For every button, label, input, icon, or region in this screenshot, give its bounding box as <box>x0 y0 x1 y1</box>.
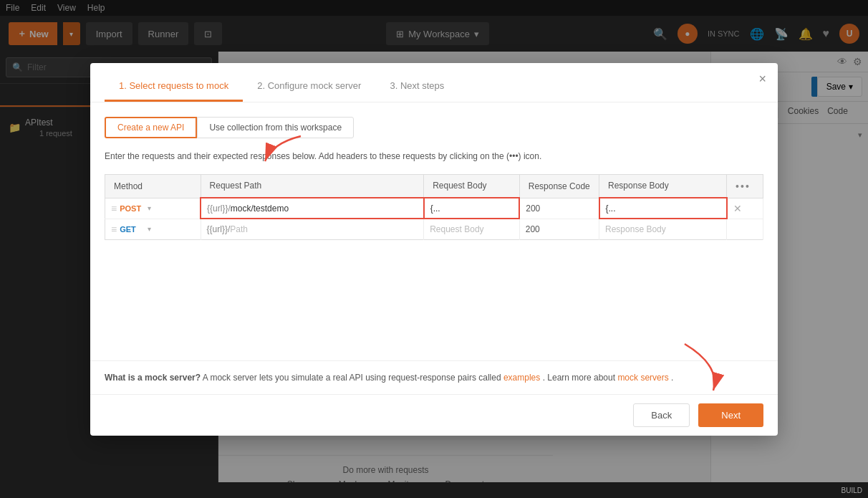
row1-code-cell: 200 <box>519 198 599 219</box>
mock-server-desc: A mock server lets you simulate a real A… <box>203 373 503 383</box>
modal: 1. Select requests to mock 2. Configure … <box>90 63 778 436</box>
row1-body-cell[interactable]: {... <box>424 198 520 219</box>
col-method: Method <box>105 174 201 198</box>
use-collection-tab-button[interactable]: Use collection from this workspace <box>197 117 354 138</box>
table-options-icon[interactable]: ••• <box>736 181 751 192</box>
method-badge-get: GET <box>120 225 145 234</box>
modal-info: What is a mock server? A mock server let… <box>90 360 778 394</box>
row1-path-cell[interactable]: {{url}}/mock/testdemo <box>201 198 424 219</box>
body-placeholder: Request Body <box>430 224 483 234</box>
status-bar: BUILD <box>0 482 868 498</box>
response-code: 200 <box>526 203 540 214</box>
col-path: Request Path <box>201 174 424 198</box>
row2-code-cell: 200 <box>519 219 599 239</box>
path-value[interactable]: mock/testdemo <box>231 203 289 214</box>
row2-delete-cell <box>727 219 763 239</box>
back-button[interactable]: Back <box>633 403 690 427</box>
response-body-placeholder: Response Body <box>605 224 666 234</box>
modal-tab-1[interactable]: 1. Select requests to mock <box>105 75 243 102</box>
tab-buttons: Create a new API Use collection from thi… <box>105 117 763 138</box>
path-prefix: {{url}}/ <box>207 224 231 234</box>
description-text: Enter the requests and their expected re… <box>105 150 763 163</box>
response-code: 200 <box>526 224 540 234</box>
method-badge-post: POST <box>120 204 145 213</box>
row-delete-icon[interactable]: ✕ <box>733 203 742 214</box>
row2-response-body-cell[interactable]: Response Body <box>599 219 727 239</box>
col-actions: ••• <box>727 174 763 198</box>
table-row: ≡ POST ▾ {{url}}/mock/testdemo {... <box>105 198 763 219</box>
method-dropdown-button[interactable]: ▾ <box>148 204 151 212</box>
mock-server-bold: What is a mock server? <box>105 373 201 383</box>
col-code: Response Code <box>519 174 599 198</box>
modal-tab-3[interactable]: 3. Next steps <box>375 75 458 102</box>
row2-method-cell: ≡ GET ▾ <box>105 219 201 239</box>
method-dropdown-button[interactable]: ▾ <box>148 225 151 233</box>
modal-close-button[interactable]: × <box>758 72 766 87</box>
mock-server-end: . <box>671 373 673 383</box>
requests-table: Method Request Path Request Body Respons… <box>105 174 763 240</box>
mock-server-mid: . Learn more about <box>543 373 618 383</box>
drag-handle-icon[interactable]: ≡ <box>111 224 117 235</box>
body-value: {... <box>430 203 440 214</box>
path-placeholder: Path <box>230 224 248 234</box>
footer-area: Back Next <box>90 394 778 436</box>
col-response-body: Response Body <box>599 174 727 198</box>
response-body-value: {... <box>606 203 616 214</box>
modal-footer: Back Next <box>90 394 778 436</box>
row2-body-cell[interactable]: Request Body <box>424 219 520 239</box>
build-label: BUILD <box>842 487 862 494</box>
modal-header: 1. Select requests to mock 2. Configure … <box>90 63 778 102</box>
create-api-tab-button[interactable]: Create a new API <box>105 117 197 138</box>
row1-response-body-cell[interactable]: {... <box>599 198 727 219</box>
modal-tabs: 1. Select requests to mock 2. Configure … <box>105 75 763 102</box>
modal-body: Create a new API Use collection from thi… <box>90 102 778 360</box>
path-prefix: {{url}}/ <box>207 203 231 214</box>
row2-path-cell[interactable]: {{url}}/Path <box>201 219 424 239</box>
row1-method-cell: ≡ POST ▾ <box>105 198 201 219</box>
examples-link[interactable]: examples <box>503 373 540 383</box>
row1-delete-cell: ✕ <box>727 198 763 219</box>
table-row: ≡ GET ▾ {{url}}/Path Request Body <box>105 219 763 239</box>
next-button[interactable]: Next <box>698 403 763 427</box>
drag-handle-icon[interactable]: ≡ <box>111 203 117 214</box>
mock-servers-link[interactable]: mock servers <box>617 373 668 383</box>
modal-overlay: 1. Select requests to mock 2. Configure … <box>0 0 868 498</box>
modal-tab-2[interactable]: 2. Configure mock server <box>243 75 375 102</box>
col-body: Request Body <box>424 174 520 198</box>
